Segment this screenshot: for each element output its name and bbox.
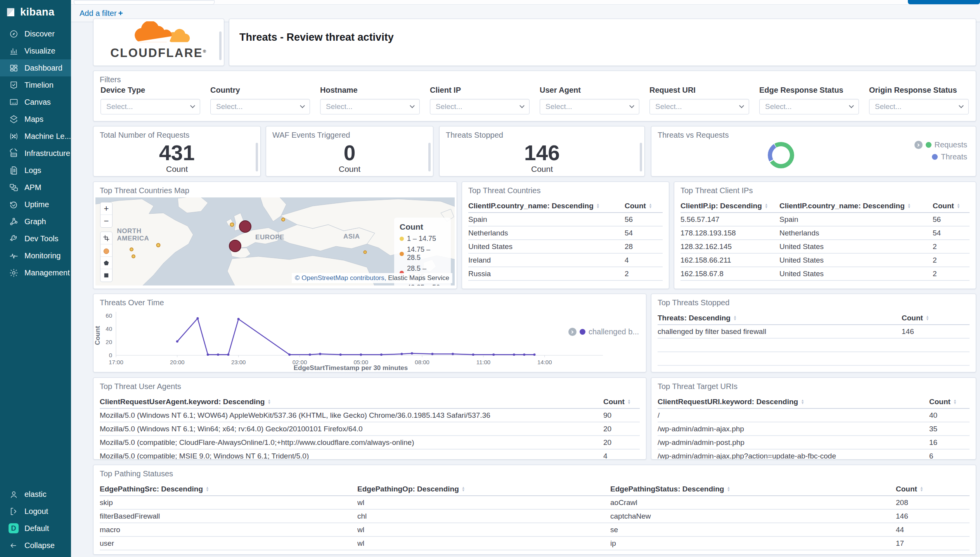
sidebar-item-uptime[interactable]: Uptime bbox=[0, 196, 71, 213]
zoom-out-button[interactable]: − bbox=[100, 215, 112, 227]
column-sort-header[interactable]: ClientIP.country_name: Descending▲▼ bbox=[779, 202, 933, 210]
filter-select[interactable]: Select... bbox=[759, 99, 859, 114]
sidebar-item-maps[interactable]: Maps bbox=[0, 111, 71, 128]
filter-select[interactable]: Select... bbox=[649, 99, 749, 114]
metric-value: 431 bbox=[93, 140, 260, 165]
panel-title: Top Threat Countries bbox=[468, 186, 540, 195]
threat-bubble[interactable] bbox=[239, 220, 251, 233]
panel-scrollbar[interactable] bbox=[640, 143, 642, 171]
threats-over-time-chart: 020406017:0020:0023:0002:0005:0008:0011:… bbox=[93, 294, 646, 372]
legend-label[interactable]: challenged b... bbox=[589, 327, 639, 336]
sidebar-item-infrastructure[interactable]: Infrastructure bbox=[0, 145, 71, 162]
chevron-down-icon bbox=[739, 103, 744, 108]
sidebar-item-collapse[interactable]: Collapse bbox=[0, 537, 71, 554]
table-row: /wp-admin/admin-ajax.php 35 bbox=[658, 422, 970, 436]
sidebar-item-apm[interactable]: APM bbox=[0, 179, 71, 196]
threat-bubble[interactable] bbox=[229, 240, 241, 252]
column-sort-header[interactable]: Count▲▼ bbox=[625, 202, 663, 210]
top-threat-client-ips-panel: Top Threat Client IPs ClientIP.ip: Desce… bbox=[674, 182, 976, 289]
column-sort-header[interactable]: ClientRequestUserAgent.keyword: Descendi… bbox=[100, 398, 603, 406]
zoom-in-button[interactable]: + bbox=[100, 202, 112, 215]
sidebar-item-space-default[interactable]: D Default bbox=[0, 520, 71, 537]
column-sort-header[interactable]: Count▲▼ bbox=[896, 485, 970, 493]
column-sort-header[interactable]: Count▲▼ bbox=[933, 202, 970, 210]
table-row: user wl ip 17 bbox=[100, 537, 970, 550]
sort-icon: ▲▼ bbox=[926, 315, 929, 321]
table-row: 162.158.67.8 United States 2 bbox=[680, 267, 970, 281]
circle-tool-icon[interactable] bbox=[100, 244, 112, 257]
column-sort-header[interactable]: Count▲▼ bbox=[929, 398, 970, 406]
filter-select[interactable]: Select... bbox=[100, 99, 200, 114]
query-input[interactable] bbox=[74, 0, 215, 5]
sidebar-item-machine-learning[interactable]: Machine Le... bbox=[0, 128, 71, 145]
sidebar-item-dev-tools[interactable]: Dev Tools bbox=[0, 230, 71, 247]
filter-label: Country bbox=[210, 86, 310, 95]
sidebar-item-timelion[interactable]: Timelion bbox=[0, 76, 71, 93]
filter-select[interactable]: Select... bbox=[430, 99, 530, 114]
sidebar-item-logs[interactable]: Logs bbox=[0, 162, 71, 179]
filter-field: Client IP Select... bbox=[430, 86, 530, 114]
map-zoom-controls: + − bbox=[100, 202, 113, 228]
top-threat-target-uris-panel: Top Threat Target URIs ClientRequestURI.… bbox=[651, 377, 976, 460]
sidebar-item-logout[interactable]: Logout bbox=[0, 503, 71, 520]
filter-select[interactable]: Select... bbox=[869, 99, 969, 114]
world-map[interactable]: NORTH AMERICA EUROPE ASIA bbox=[95, 197, 455, 285]
sidebar-item-monitoring[interactable]: Monitoring bbox=[0, 247, 71, 264]
filter-field: Device Type Select... bbox=[100, 86, 200, 114]
threats-stopped-table: Threats: Descending▲▼ Count▲▼ challenged… bbox=[658, 312, 970, 366]
kibana-logo[interactable]: kibana bbox=[0, 0, 71, 25]
threat-bubble[interactable] bbox=[363, 250, 367, 254]
threat-bubble[interactable] bbox=[156, 243, 161, 247]
column-sort-header[interactable]: Threats: Descending▲▼ bbox=[658, 314, 902, 322]
panel-scrollbar[interactable] bbox=[219, 31, 222, 60]
threat-bubble[interactable] bbox=[281, 218, 285, 221]
filter-label: Client IP bbox=[430, 86, 530, 95]
sidebar-item-graph[interactable]: Graph bbox=[0, 213, 71, 230]
rectangle-tool-icon[interactable] bbox=[100, 269, 112, 282]
sidebar-item-visualize[interactable]: Visualize bbox=[0, 42, 71, 59]
sort-icon: ▲▼ bbox=[957, 203, 960, 209]
add-filter-link[interactable]: Add a filter+ bbox=[80, 9, 123, 18]
openstreetmap-link[interactable]: © OpenStreetMap contributors, bbox=[295, 274, 386, 282]
sidebar-item-management[interactable]: Management bbox=[0, 264, 71, 281]
column-sort-header[interactable]: ClientIP.ip: Descending▲▼ bbox=[680, 202, 779, 210]
update-button[interactable] bbox=[908, 0, 980, 4]
threat-bubble[interactable] bbox=[130, 247, 133, 251]
panel-scrollbar[interactable] bbox=[256, 143, 258, 171]
map-label-europe: EUROPE bbox=[255, 234, 284, 241]
filter-select[interactable]: Select... bbox=[320, 99, 420, 114]
legend-label[interactable]: Requests bbox=[935, 140, 968, 149]
filter-select[interactable]: Select... bbox=[210, 99, 310, 114]
column-sort-header[interactable]: EdgePathingSrc: Descending▲▼ bbox=[100, 485, 357, 493]
polygon-tool-icon[interactable] bbox=[100, 257, 112, 269]
sidebar-item-user[interactable]: elastic bbox=[0, 486, 71, 503]
legend-collapse-icon[interactable] bbox=[568, 328, 577, 336]
legend-collapse-icon[interactable] bbox=[914, 141, 923, 149]
filter-controls: Device Type Select... Country Select... bbox=[100, 86, 969, 114]
discover-icon bbox=[9, 29, 19, 39]
infrastructure-icon bbox=[9, 148, 19, 158]
metric-waf-events-panel: WAF Events Triggered 0 Count bbox=[266, 126, 433, 176]
sidebar-item-dashboard[interactable]: Dashboard bbox=[0, 59, 71, 76]
column-sort-header[interactable]: EdgePathingStatus: Descending▲▼ bbox=[610, 485, 896, 493]
timelion-icon bbox=[9, 80, 19, 90]
svg-text:Count: Count bbox=[94, 326, 101, 345]
threat-bubble[interactable] bbox=[230, 223, 234, 227]
column-sort-header[interactable]: ClientRequestURI.keyword: Descending▲▼ bbox=[658, 398, 929, 406]
legend-label[interactable]: Threats bbox=[941, 152, 967, 161]
column-sort-header[interactable]: EdgePathingOp: Descending▲▼ bbox=[357, 485, 610, 493]
threat-bubble[interactable] bbox=[132, 254, 135, 258]
sidebar-item-discover[interactable]: Discover bbox=[0, 25, 71, 42]
panel-scrollbar[interactable] bbox=[428, 143, 431, 171]
table-row: Spain 56 bbox=[468, 213, 663, 227]
filter-field: Country Select... bbox=[210, 86, 310, 114]
column-sort-header[interactable]: Count▲▼ bbox=[902, 314, 970, 322]
column-sort-header[interactable]: Count▲▼ bbox=[603, 398, 640, 406]
sidebar-item-canvas[interactable]: Canvas bbox=[0, 93, 71, 111]
column-sort-header[interactable]: ClientIP.country_name: Descending▲▼ bbox=[468, 202, 625, 210]
sort-icon: ▲▼ bbox=[596, 203, 600, 209]
crop-tool-icon[interactable] bbox=[100, 232, 112, 244]
filter-select[interactable]: Select... bbox=[540, 99, 639, 114]
donut-legend: Requests Threats bbox=[914, 140, 968, 161]
chevron-down-icon bbox=[849, 103, 854, 108]
